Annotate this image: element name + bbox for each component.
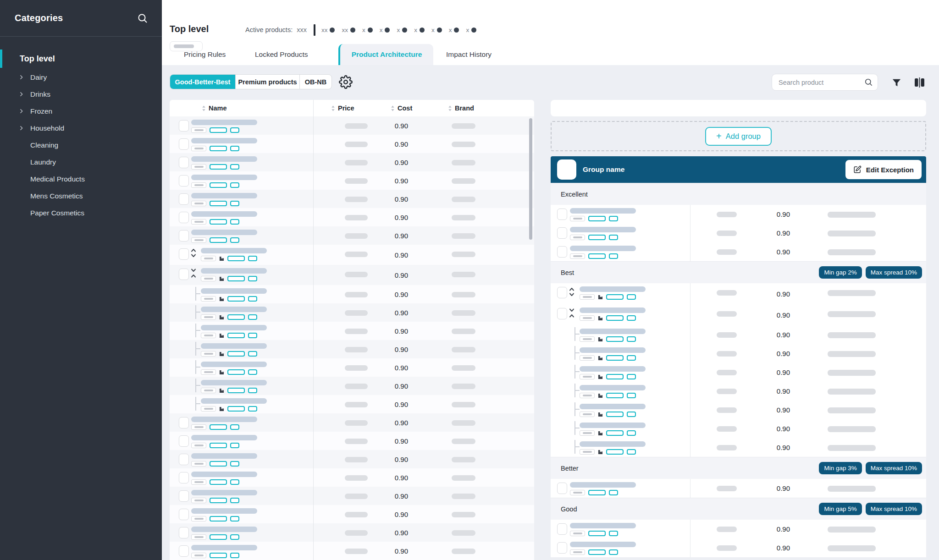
meta-skeleton-pill <box>191 479 206 485</box>
tree-branch-icon <box>574 365 579 379</box>
chip-dot-icon <box>385 27 390 33</box>
move-up-icon[interactable] <box>569 287 574 291</box>
move-down-icon[interactable] <box>191 254 196 258</box>
search-product-input[interactable] <box>779 79 864 86</box>
row-checkbox[interactable] <box>557 542 567 554</box>
row-checkbox[interactable] <box>179 212 189 223</box>
sidebar-item-frozen[interactable]: Frozen <box>0 103 162 120</box>
row-checkbox[interactable] <box>179 490 189 502</box>
column-header-price[interactable]: Price <box>331 100 354 116</box>
move-down-icon[interactable] <box>569 293 574 296</box>
price-skeleton <box>345 457 368 462</box>
sidebar-item-household[interactable]: Household <box>0 120 162 137</box>
cost-value: 0.90 <box>756 363 790 382</box>
row-checkbox[interactable] <box>557 287 567 298</box>
row-checkbox[interactable] <box>557 308 567 319</box>
brand-skeleton <box>452 197 475 202</box>
search-icon[interactable] <box>864 78 873 87</box>
product-name-skeleton <box>191 175 257 180</box>
meta-skeleton-pill <box>191 424 206 430</box>
row-checkbox[interactable] <box>557 483 567 494</box>
row-checkbox[interactable] <box>179 230 189 242</box>
row-checkbox[interactable] <box>557 246 567 258</box>
column-label: Price <box>338 104 354 112</box>
filter-icon[interactable] <box>889 76 903 89</box>
segment-premium-products[interactable]: Premium products <box>236 75 300 89</box>
sidebar-item-medical-products[interactable]: Medical Products <box>0 170 162 187</box>
tag-badge-skeleton <box>588 216 606 221</box>
edit-exception-button[interactable]: Edit Exception <box>845 160 922 179</box>
sort-icon[interactable] <box>331 105 335 112</box>
column-header-name[interactable]: Name <box>202 100 227 116</box>
cost-value: 0.90 <box>374 413 408 432</box>
columns-icon[interactable] <box>912 76 926 89</box>
sort-icon[interactable] <box>391 105 395 112</box>
segment-good-better-best[interactable]: Good-Better-Best <box>170 75 236 89</box>
row-checkbox[interactable] <box>179 193 189 205</box>
active-product-chip: x <box>380 27 390 33</box>
sidebar-item-mens-cosmetics[interactable]: Mens Cosmetics <box>0 187 162 204</box>
row-checkbox[interactable] <box>557 523 567 535</box>
column-header-cost[interactable]: Cost <box>391 100 412 116</box>
row-checkbox[interactable] <box>179 509 189 520</box>
tab-locked-products[interactable]: Locked Products <box>255 44 308 65</box>
column-header-brand[interactable]: Brand <box>448 100 474 116</box>
sidebar-item-paper-cosmetics[interactable]: Paper Cosmetics <box>0 204 162 221</box>
cost-value: 0.90 <box>756 401 790 419</box>
row-checkbox[interactable] <box>179 138 189 150</box>
price-skeleton <box>345 215 368 220</box>
row-checkbox[interactable] <box>179 248 189 260</box>
tab-product-architecture[interactable]: Product Architecture <box>338 44 433 65</box>
row-checkbox[interactable] <box>179 175 189 187</box>
product-meta <box>191 127 239 133</box>
table-body: 0.900.900.900.900.900.900.900.900.900.90… <box>170 116 534 560</box>
product-name-skeleton <box>191 545 257 550</box>
sort-icon[interactable] <box>202 105 206 112</box>
row-checkbox[interactable] <box>557 227 567 239</box>
move-down-icon[interactable] <box>191 269 196 272</box>
sidebar-item-drinks[interactable]: Drinks <box>0 86 162 103</box>
group-checkbox[interactable] <box>557 159 576 180</box>
chip-text: xx <box>321 27 328 33</box>
meta-skeleton-pill <box>191 461 206 467</box>
sidebar-item-cleaning[interactable]: Cleaning <box>0 137 162 154</box>
sidebar-item-laundry[interactable]: Laundry <box>0 154 162 170</box>
row-checkbox[interactable] <box>179 157 189 168</box>
section-name: Best <box>561 269 574 276</box>
row-checkbox[interactable] <box>179 435 189 447</box>
move-up-icon[interactable] <box>191 248 196 252</box>
chip-text: x <box>380 27 383 33</box>
sort-icon[interactable] <box>448 105 452 112</box>
segment-ob-nb[interactable]: OB-NB <box>300 75 331 89</box>
sidebar-item-label: Laundry <box>30 158 56 166</box>
meta-skeleton-pill <box>580 294 595 300</box>
row-checkbox[interactable] <box>557 209 567 220</box>
row-checkbox[interactable] <box>179 454 189 465</box>
search-icon[interactable] <box>137 13 148 24</box>
settings-gear-icon[interactable] <box>338 75 353 89</box>
move-up-icon[interactable] <box>191 274 196 278</box>
meta-skeleton-pill <box>191 146 206 151</box>
section-header-best: BestMin gap 2%Max spread 10% <box>551 261 926 283</box>
add-group-button[interactable]: + Add group <box>705 127 772 146</box>
table-row-child: 0.90 <box>170 377 534 395</box>
tab-impact-history[interactable]: Impact History <box>446 44 492 65</box>
row-checkbox[interactable] <box>179 527 189 538</box>
move-up-icon[interactable] <box>569 314 574 318</box>
section-rows: 0.900.900.90 <box>551 205 926 261</box>
row-checkbox[interactable] <box>179 472 189 483</box>
tab-pricing-rules[interactable]: Pricing Rules <box>184 44 226 65</box>
sidebar-item-top-level[interactable]: Top level <box>0 49 162 69</box>
row-checkbox[interactable] <box>179 120 189 132</box>
meta-skeleton-pill <box>570 253 585 259</box>
table-scrollbar[interactable] <box>529 118 532 240</box>
sidebar-item-dairy[interactable]: Dairy <box>0 69 162 86</box>
move-down-icon[interactable] <box>569 308 574 312</box>
row-checkbox[interactable] <box>179 545 189 557</box>
row-checkbox[interactable] <box>179 269 189 280</box>
meta-skeleton-pill <box>570 490 585 495</box>
row-checkbox[interactable] <box>179 417 189 428</box>
tree-branch-icon <box>195 287 200 301</box>
section-rows: 0.90 <box>551 479 926 498</box>
tag-badge-skeleton <box>248 296 257 302</box>
